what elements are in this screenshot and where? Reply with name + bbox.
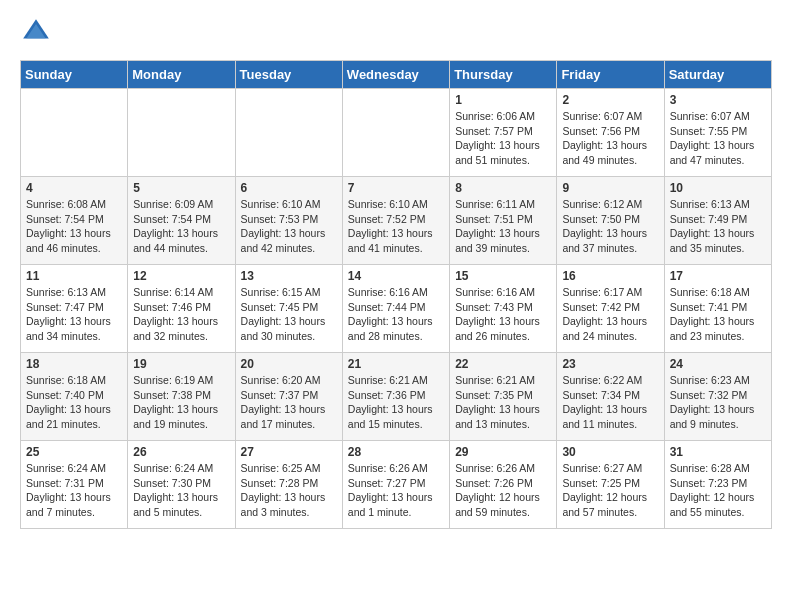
cell-text: Sunrise: 6:13 AM — [670, 197, 766, 212]
calendar-cell: 23Sunrise: 6:22 AMSunset: 7:34 PMDayligh… — [557, 353, 664, 441]
day-number: 28 — [348, 445, 444, 459]
cell-text: Daylight: 13 hours — [348, 490, 444, 505]
calendar-cell: 15Sunrise: 6:16 AMSunset: 7:43 PMDayligh… — [450, 265, 557, 353]
cell-text: Sunset: 7:28 PM — [241, 476, 337, 491]
cell-text: Sunset: 7:51 PM — [455, 212, 551, 227]
cell-text: and 55 minutes. — [670, 505, 766, 520]
cell-text: Sunset: 7:25 PM — [562, 476, 658, 491]
calendar-table: SundayMondayTuesdayWednesdayThursdayFrid… — [20, 60, 772, 529]
cell-text: and 32 minutes. — [133, 329, 229, 344]
calendar-cell: 13Sunrise: 6:15 AMSunset: 7:45 PMDayligh… — [235, 265, 342, 353]
cell-text: Daylight: 13 hours — [348, 226, 444, 241]
cell-text: Sunrise: 6:24 AM — [26, 461, 122, 476]
cell-text: Sunrise: 6:07 AM — [670, 109, 766, 124]
cell-text: and 37 minutes. — [562, 241, 658, 256]
cell-text: and 13 minutes. — [455, 417, 551, 432]
calendar-cell: 25Sunrise: 6:24 AMSunset: 7:31 PMDayligh… — [21, 441, 128, 529]
calendar-cell: 10Sunrise: 6:13 AMSunset: 7:49 PMDayligh… — [664, 177, 771, 265]
cell-text: Sunset: 7:27 PM — [348, 476, 444, 491]
header-tuesday: Tuesday — [235, 61, 342, 89]
day-number: 17 — [670, 269, 766, 283]
cell-text: Sunset: 7:42 PM — [562, 300, 658, 315]
calendar-cell: 11Sunrise: 6:13 AMSunset: 7:47 PMDayligh… — [21, 265, 128, 353]
cell-text: Sunset: 7:45 PM — [241, 300, 337, 315]
cell-text: Sunset: 7:34 PM — [562, 388, 658, 403]
cell-text: Daylight: 13 hours — [26, 314, 122, 329]
day-number: 7 — [348, 181, 444, 195]
cell-text: and 46 minutes. — [26, 241, 122, 256]
cell-text: Daylight: 12 hours — [670, 490, 766, 505]
cell-text: and 21 minutes. — [26, 417, 122, 432]
cell-text: Sunset: 7:23 PM — [670, 476, 766, 491]
cell-text: Sunset: 7:55 PM — [670, 124, 766, 139]
cell-text: Sunset: 7:46 PM — [133, 300, 229, 315]
cell-text: and 19 minutes. — [133, 417, 229, 432]
calendar-cell: 14Sunrise: 6:16 AMSunset: 7:44 PMDayligh… — [342, 265, 449, 353]
cell-text: and 23 minutes. — [670, 329, 766, 344]
day-number: 22 — [455, 357, 551, 371]
cell-text: Sunset: 7:35 PM — [455, 388, 551, 403]
calendar-cell: 1Sunrise: 6:06 AMSunset: 7:57 PMDaylight… — [450, 89, 557, 177]
cell-text: Sunrise: 6:27 AM — [562, 461, 658, 476]
week-row-5: 25Sunrise: 6:24 AMSunset: 7:31 PMDayligh… — [21, 441, 772, 529]
day-number: 12 — [133, 269, 229, 283]
calendar-cell: 20Sunrise: 6:20 AMSunset: 7:37 PMDayligh… — [235, 353, 342, 441]
cell-text: Daylight: 13 hours — [455, 402, 551, 417]
cell-text: Sunrise: 6:22 AM — [562, 373, 658, 388]
day-number: 6 — [241, 181, 337, 195]
calendar-cell: 21Sunrise: 6:21 AMSunset: 7:36 PMDayligh… — [342, 353, 449, 441]
cell-text: Sunset: 7:49 PM — [670, 212, 766, 227]
cell-text: and 1 minute. — [348, 505, 444, 520]
day-number: 15 — [455, 269, 551, 283]
cell-text: and 15 minutes. — [348, 417, 444, 432]
cell-text: Daylight: 13 hours — [670, 314, 766, 329]
cell-text: Daylight: 13 hours — [670, 226, 766, 241]
day-number: 1 — [455, 93, 551, 107]
cell-text: Sunrise: 6:16 AM — [455, 285, 551, 300]
cell-text: and 35 minutes. — [670, 241, 766, 256]
cell-text: Daylight: 13 hours — [133, 314, 229, 329]
cell-text: Sunset: 7:36 PM — [348, 388, 444, 403]
calendar-cell: 5Sunrise: 6:09 AMSunset: 7:54 PMDaylight… — [128, 177, 235, 265]
day-number: 10 — [670, 181, 766, 195]
cell-text: and 44 minutes. — [133, 241, 229, 256]
cell-text: Sunrise: 6:26 AM — [455, 461, 551, 476]
cell-text: Sunset: 7:54 PM — [133, 212, 229, 227]
day-number: 4 — [26, 181, 122, 195]
day-number: 16 — [562, 269, 658, 283]
day-number: 13 — [241, 269, 337, 283]
cell-text: and 7 minutes. — [26, 505, 122, 520]
cell-text: Sunset: 7:53 PM — [241, 212, 337, 227]
cell-text: and 59 minutes. — [455, 505, 551, 520]
day-number: 11 — [26, 269, 122, 283]
day-number: 24 — [670, 357, 766, 371]
cell-text: Sunset: 7:57 PM — [455, 124, 551, 139]
cell-text: Sunrise: 6:09 AM — [133, 197, 229, 212]
calendar-cell: 2Sunrise: 6:07 AMSunset: 7:56 PMDaylight… — [557, 89, 664, 177]
cell-text: Sunrise: 6:18 AM — [26, 373, 122, 388]
calendar-cell: 6Sunrise: 6:10 AMSunset: 7:53 PMDaylight… — [235, 177, 342, 265]
cell-text: Daylight: 13 hours — [133, 226, 229, 241]
cell-text: Sunrise: 6:15 AM — [241, 285, 337, 300]
cell-text: and 3 minutes. — [241, 505, 337, 520]
cell-text: Sunset: 7:32 PM — [670, 388, 766, 403]
cell-text: Daylight: 13 hours — [26, 490, 122, 505]
cell-text: Daylight: 13 hours — [26, 226, 122, 241]
cell-text: and 47 minutes. — [670, 153, 766, 168]
cell-text: Daylight: 13 hours — [455, 314, 551, 329]
cell-text: Sunset: 7:50 PM — [562, 212, 658, 227]
calendar-cell: 28Sunrise: 6:26 AMSunset: 7:27 PMDayligh… — [342, 441, 449, 529]
cell-text: and 28 minutes. — [348, 329, 444, 344]
cell-text: Sunset: 7:43 PM — [455, 300, 551, 315]
week-row-4: 18Sunrise: 6:18 AMSunset: 7:40 PMDayligh… — [21, 353, 772, 441]
cell-text: Daylight: 13 hours — [670, 402, 766, 417]
cell-text: Sunset: 7:30 PM — [133, 476, 229, 491]
cell-text: Sunrise: 6:10 AM — [348, 197, 444, 212]
day-number: 20 — [241, 357, 337, 371]
cell-text: and 34 minutes. — [26, 329, 122, 344]
cell-text: Sunset: 7:26 PM — [455, 476, 551, 491]
day-number: 25 — [26, 445, 122, 459]
day-number: 21 — [348, 357, 444, 371]
week-row-1: 1Sunrise: 6:06 AMSunset: 7:57 PMDaylight… — [21, 89, 772, 177]
day-number: 29 — [455, 445, 551, 459]
